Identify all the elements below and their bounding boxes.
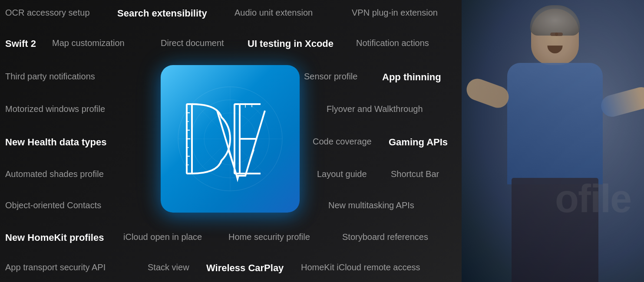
shortcut-bar: Shortcut Bar: [391, 169, 439, 179]
app-transport-security: App transport security API: [5, 262, 106, 272]
storyboard-references: Storyboard references: [342, 232, 428, 242]
text-area: OCR accessory setupSearch extensibilityA…: [0, 0, 478, 282]
flyover-walkthrough: Flyover and Walkthrough: [327, 104, 423, 114]
third-party-notifications: Third party notifications: [5, 72, 95, 82]
object-oriented-contacts: Object-oriented Contacts: [5, 200, 101, 210]
search-extensibility: Search extensibility: [117, 8, 207, 19]
icloud-open-in-place: iCloud open in place: [123, 232, 202, 242]
gaming-apis: Gaming APIs: [389, 137, 448, 148]
watermark-text: ofile: [555, 177, 631, 221]
stack-view: Stack view: [148, 262, 189, 272]
motorized-windows-profile: Motorized windows profile: [5, 104, 105, 114]
code-coverage: Code coverage: [313, 137, 372, 147]
homekit-icloud-remote: HomeKit iCloud remote access: [301, 262, 420, 272]
ui-testing-xcode: UI testing in Xcode: [248, 38, 334, 49]
new-health-data-types: New Health data types: [5, 137, 107, 148]
person-silhouette: [462, 0, 644, 282]
layout-guide: Layout guide: [317, 169, 367, 179]
ocr-accessory-setup: OCR accessory setup: [5, 8, 90, 18]
swift-2: Swift 2: [5, 38, 36, 49]
home-security-profile: Home security profile: [228, 232, 310, 242]
wireless-carplay: Wireless CarPlay: [206, 262, 284, 274]
notification-actions: Notification actions: [356, 38, 429, 48]
new-homekit-profiles: New HomeKit profiles: [5, 232, 104, 243]
map-customization: Map customization: [52, 38, 125, 48]
direct-document: Direct document: [161, 38, 224, 48]
audio-unit-extension: Audio unit extension: [234, 8, 313, 18]
app-thinning: App thinning: [382, 72, 441, 83]
new-multitasking-apis: New multitasking APIs: [328, 200, 414, 210]
person-area: ofile: [462, 0, 644, 282]
automated-shades-profile: Automated shades profile: [5, 169, 104, 179]
vpn-plugin-extension: VPN plug-in extension: [352, 8, 438, 18]
sensor-profile: Sensor profile: [304, 72, 357, 82]
